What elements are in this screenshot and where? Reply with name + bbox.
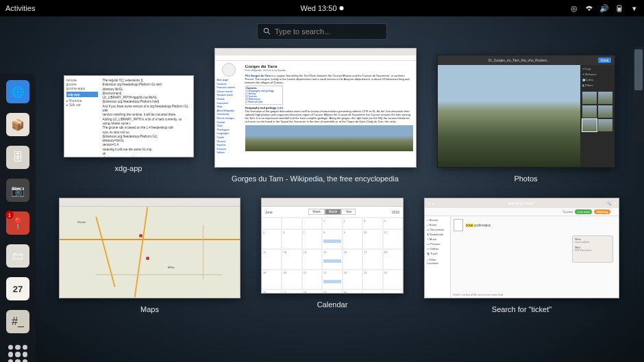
dash-item-terminal[interactable]: #_ bbox=[4, 308, 32, 335]
cheese-camera-icon: 📷 bbox=[6, 179, 29, 202]
accessibility-icon[interactable]: ◎ bbox=[570, 4, 578, 12]
dash-item-files[interactable]: 🗄 bbox=[4, 144, 32, 171]
wifi-icon[interactable] bbox=[585, 4, 593, 12]
dash-item-web-browser[interactable]: 🌐 bbox=[4, 78, 32, 105]
filter-thumb[interactable] bbox=[598, 119, 612, 131]
window-label: Maps bbox=[135, 304, 164, 315]
terminal-icon: #_ bbox=[6, 310, 29, 333]
window-overview: remote gnome gnome-apps xdg-app ▸ Runtim… bbox=[41, 48, 637, 355]
software-icon: 📦 bbox=[6, 113, 29, 136]
forward-icon[interactable]: ▸ bbox=[432, 201, 434, 205]
cal-tab-year[interactable]: Year bbox=[341, 209, 356, 215]
dash-item-boxes[interactable]: 🗃 bbox=[4, 242, 32, 270]
sidebar-item[interactable]: ▭ Videos bbox=[427, 247, 448, 250]
system-status-area[interactable]: ◎ 🔊 ▾ bbox=[570, 4, 639, 12]
photo-canvas bbox=[438, 65, 580, 167]
clock[interactable]: Wed 13:50 bbox=[300, 4, 343, 12]
filter-pill[interactable]: Anything bbox=[594, 209, 610, 214]
sidebar-item[interactable]: ⌂ Home bbox=[427, 223, 448, 227]
calendar-grid[interactable]: 1234567891011121314151617181920212223242… bbox=[262, 218, 403, 294]
dash-item-maps[interactable]: 📍1 bbox=[4, 209, 32, 237]
map-canvas[interactable]: Mende Millau bbox=[60, 207, 240, 298]
search-placeholder: Type to search... bbox=[275, 27, 330, 36]
sidebar-item[interactable]: ⌂ Recent bbox=[427, 218, 448, 222]
dash-item-calendar[interactable]: 27 bbox=[4, 275, 32, 302]
boxes-icon: 🗃 bbox=[6, 244, 29, 268]
wikipedia-logo-icon bbox=[222, 63, 236, 77]
cal-tab-month[interactable]: Month bbox=[325, 209, 342, 215]
files-icon: 🗄 bbox=[6, 146, 29, 169]
cal-month: June bbox=[265, 210, 273, 214]
document-icon bbox=[454, 219, 463, 231]
filter-thumb[interactable] bbox=[582, 92, 597, 104]
window-calendar[interactable]: June Week Month Year 2016 12345678910111… bbox=[261, 198, 404, 315]
svg-line-3 bbox=[268, 32, 270, 34]
filter-thumb[interactable] bbox=[598, 92, 612, 104]
filter-thumb[interactable] bbox=[582, 119, 597, 131]
photos-tools: ✂ Crop ☀ Enhance ⬤ Colors ◧ Filters bbox=[580, 65, 615, 167]
filter-thumb[interactable] bbox=[582, 105, 597, 118]
calendar-icon: 27 bbox=[6, 277, 29, 300]
files-status: "ticket" not found file went in not sear… bbox=[452, 293, 503, 296]
window-label: Gorges du Tarn - Wikipedia, the free enc… bbox=[226, 173, 404, 184]
crop-tool[interactable]: ✂ Crop bbox=[582, 67, 612, 70]
window-maps[interactable]: Mende Millau Maps bbox=[59, 198, 240, 315]
search-result[interactable]: ticket confirmation bbox=[454, 219, 616, 231]
window-label: Photos bbox=[508, 173, 543, 184]
wiki-title: Gorges du Tarn bbox=[245, 64, 413, 69]
filter-thumb[interactable] bbox=[598, 105, 612, 118]
apps-grid-icon bbox=[8, 345, 27, 362]
sidebar-item[interactable]: ▭ Documents bbox=[427, 228, 448, 231]
files-title: Searching "ticket" bbox=[437, 201, 604, 205]
photos-done-button[interactable]: Done bbox=[598, 57, 612, 63]
wiki-panorama-image bbox=[245, 125, 413, 151]
badge: 1 bbox=[5, 211, 14, 219]
filter-popover[interactable]: When Last modified What PDF Document bbox=[572, 235, 613, 263]
volume-icon[interactable]: 🔊 bbox=[600, 4, 608, 12]
window-xdg-app[interactable]: remote gnome gnome-apps xdg-app ▸ Runtim… bbox=[64, 75, 194, 184]
cal-year: 2016 bbox=[392, 210, 399, 214]
xdg-content: The regular X[:]; extensions []; Extensi… bbox=[100, 76, 193, 157]
show-apps-button[interactable] bbox=[4, 341, 32, 362]
wiki-sidebar: Main pageContentsFeatured contentCurrent… bbox=[215, 61, 243, 167]
cal-tab-week[interactable]: Week bbox=[308, 209, 324, 215]
chevron-down-icon[interactable]: ▾ bbox=[630, 4, 639, 12]
sidebar-item[interactable]: ▭ Pictures bbox=[427, 242, 448, 246]
filters-tool[interactable]: ◧ Filters bbox=[582, 83, 612, 87]
sidebar-item[interactable]: ⬇ Downloads bbox=[427, 233, 448, 236]
sidebar-item[interactable]: ♫ Music bbox=[427, 237, 448, 241]
sidebar-item[interactable]: + Other Locations bbox=[427, 258, 448, 265]
search-icon[interactable]: 🔍 bbox=[607, 201, 611, 205]
sidebar-item[interactable]: 🗑 Trash bbox=[427, 252, 448, 255]
search-icon bbox=[263, 27, 271, 36]
dash: 🌐📦🗄📷📍1🗃27#_ bbox=[0, 74, 36, 362]
back-icon[interactable]: ◂ bbox=[428, 201, 430, 205]
dropdown-icon[interactable]: ▾ bbox=[612, 210, 615, 214]
window-label: xdg-app bbox=[110, 163, 148, 174]
dash-item-cheese-camera[interactable]: 📷 bbox=[4, 177, 32, 204]
dash-item-software[interactable]: 📦 bbox=[4, 111, 32, 138]
web-browser-icon: 🌐 bbox=[6, 80, 29, 103]
menu-icon[interactable]: ≡ bbox=[614, 201, 616, 205]
files-sidebar: ⌂ Recent⌂ Home▭ Documents⬇ Downloads♫ Mu… bbox=[425, 216, 451, 298]
svg-point-2 bbox=[264, 28, 268, 32]
window-photos[interactable]: IG_Gorges_du_Tarn_the_vho_Roziers... Don… bbox=[437, 55, 615, 184]
window-label: Search for "ticket" bbox=[486, 304, 557, 315]
top-bar: Activities Wed 13:50 ◎ 🔊 ▾ bbox=[0, 0, 644, 16]
notification-dot bbox=[340, 6, 344, 10]
overview-search[interactable]: Type to search... bbox=[257, 23, 387, 40]
window-wikipedia[interactable]: Main pageContentsFeatured contentCurrent… bbox=[214, 48, 417, 184]
colors-tool[interactable]: ⬤ Colors bbox=[582, 78, 612, 81]
window-label: Calendar bbox=[312, 299, 354, 310]
activities-button[interactable]: Activities bbox=[5, 4, 35, 12]
filter-pill[interactable]: Last used bbox=[575, 209, 592, 214]
window-files-search[interactable]: ◂ ▸ Searching "ticket" 🔍 ≡ 🔍 ticket Last… bbox=[424, 198, 619, 315]
enhance-tool[interactable]: ☀ Enhance bbox=[582, 73, 612, 76]
svg-rect-1 bbox=[618, 8, 621, 11]
photos-title: IG_Gorges_du_Tarn_the_vho_Roziers... bbox=[488, 58, 550, 62]
battery-icon[interactable] bbox=[615, 4, 623, 12]
